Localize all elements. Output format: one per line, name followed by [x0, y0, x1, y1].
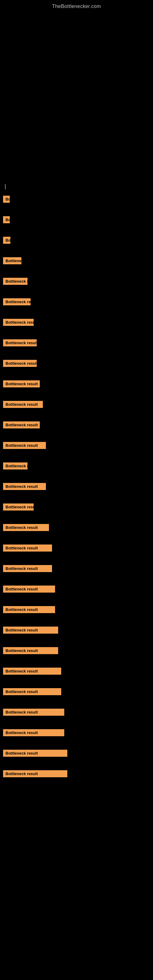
bottleneck-result-badge[interactable]: Bottleneck result [3, 503, 33, 511]
list-item: Bottleneck result [3, 257, 150, 272]
list-item: Bottleneck result [3, 544, 150, 559]
bottleneck-result-badge[interactable]: Bottleneck result [3, 442, 46, 449]
list-item: Bottleneck result [3, 278, 150, 292]
bottleneck-result-badge[interactable]: Bottleneck result [3, 422, 40, 428]
site-header: TheBottlenecker.com [0, 0, 153, 12]
bottleneck-result-badge[interactable]: Bottleneck result [3, 750, 67, 757]
cursor-indicator: | [3, 183, 150, 189]
list-item: Bottleneck result [3, 380, 150, 395]
bottleneck-result-badge[interactable]: Bottleneck result [3, 606, 55, 613]
list-item: Bottleneck result [3, 668, 150, 682]
bottleneck-result-badge[interactable]: Bottleneck result [3, 668, 61, 675]
list-item: Bottleneck result [3, 585, 150, 600]
bottleneck-result-badge[interactable]: Bottleneck result [3, 585, 55, 593]
bottleneck-result-badge[interactable]: Bottleneck result [3, 627, 58, 634]
list-item: Bottleneck result [3, 483, 150, 497]
bottleneck-result-badge[interactable]: Bottleneck result [3, 544, 52, 552]
bottleneck-result-badge[interactable]: Bottleneck result [3, 483, 46, 490]
list-item: Bottleneck result [3, 442, 150, 456]
list-item: Bottleneck result [3, 319, 150, 333]
list-item: Bottleneck result [3, 729, 150, 744]
bottleneck-result-badge[interactable]: Bottleneck result [3, 380, 40, 387]
bottleneck-result-badge[interactable]: Bottleneck result [3, 319, 33, 326]
list-item: Bottleneck result [3, 606, 150, 620]
list-item: Bottleneck result [3, 463, 150, 477]
bottleneck-result-badge[interactable]: Bottleneck result [3, 688, 61, 695]
bottleneck-result-badge[interactable]: Bottleneck result [3, 709, 64, 716]
list-item: Bottleneck result [3, 216, 150, 231]
bottleneck-result-badge[interactable]: Bottleneck result [3, 401, 43, 408]
list-item: Bottleneck result [3, 196, 150, 210]
bottleneck-result-badge[interactable]: Bottleneck result [3, 339, 37, 346]
list-item: Bottleneck result [3, 360, 150, 374]
bottleneck-result-badge[interactable]: Bottleneck result [3, 216, 10, 223]
bottleneck-result-badge[interactable]: Bottleneck result [3, 463, 27, 469]
bottleneck-result-badge[interactable]: Bottleneck result [3, 237, 10, 244]
list-item: Bottleneck result [3, 750, 150, 764]
bottleneck-result-badge[interactable]: Bottleneck result [3, 196, 10, 203]
list-item: Bottleneck result [3, 237, 150, 251]
list-item: Bottleneck result [3, 770, 150, 784]
list-item: Bottleneck result [3, 647, 150, 662]
list-item: Bottleneck result [3, 709, 150, 723]
list-item: Bottleneck result [3, 401, 150, 415]
bottleneck-result-badge[interactable]: Bottleneck result [3, 298, 30, 305]
bottleneck-result-badge[interactable]: Bottleneck result [3, 257, 21, 264]
list-item: Bottleneck result [3, 524, 150, 538]
bottleneck-result-badge[interactable]: Bottleneck result [3, 565, 52, 572]
list-item: Bottleneck result [3, 565, 150, 579]
list-item: Bottleneck result [3, 422, 150, 436]
list-item: Bottleneck result [3, 298, 150, 313]
list-item: Bottleneck result [3, 688, 150, 703]
bottleneck-result-badge[interactable]: Bottleneck result [3, 770, 67, 777]
list-item: Bottleneck result [3, 503, 150, 518]
bottleneck-result-badge[interactable]: Bottleneck result [3, 647, 58, 654]
bottleneck-result-badge[interactable]: Bottleneck result [3, 524, 49, 531]
bottleneck-result-badge[interactable]: Bottleneck result [3, 278, 27, 285]
list-item: Bottleneck result [3, 339, 150, 354]
bottleneck-result-badge[interactable]: Bottleneck result [3, 729, 64, 736]
bottleneck-list: Bottleneck resultBottleneck resultBottle… [3, 196, 150, 784]
bottleneck-result-badge[interactable]: Bottleneck result [3, 360, 37, 367]
site-title: TheBottlenecker.com [0, 0, 153, 12]
list-item: Bottleneck result [3, 627, 150, 641]
main-content: | Bottleneck resultBottleneck resultBott… [0, 183, 153, 784]
